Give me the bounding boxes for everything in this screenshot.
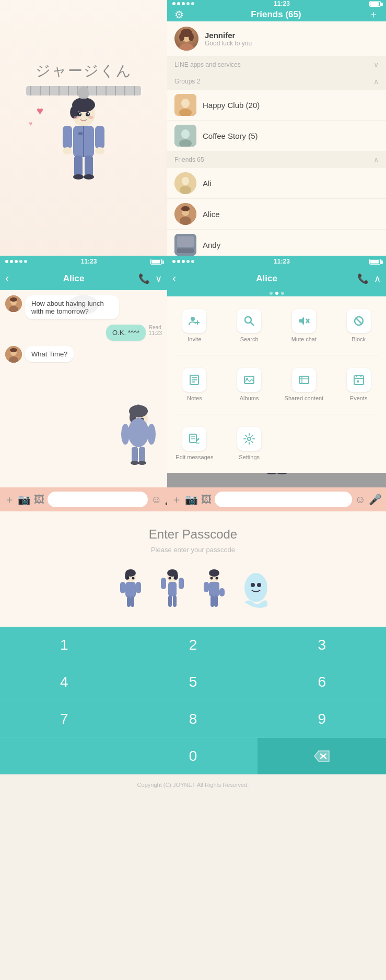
keypad-4[interactable]: 4 bbox=[0, 664, 128, 700]
keypad-0[interactable]: 0 bbox=[129, 738, 258, 774]
menu-albums[interactable]: Albums bbox=[222, 361, 277, 409]
mute-label: Mute chat bbox=[291, 336, 317, 342]
svg-rect-150 bbox=[210, 595, 214, 607]
menu-shared-content[interactable]: Shared content bbox=[277, 361, 332, 409]
menu-mic-icon[interactable]: 🎤 bbox=[369, 493, 382, 506]
keypad-5[interactable]: 5 bbox=[129, 664, 258, 700]
plus-icon[interactable]: ＋ bbox=[4, 493, 15, 507]
andy-avatar bbox=[174, 234, 196, 256]
svg-point-27 bbox=[181, 99, 190, 108]
svg-point-80 bbox=[131, 461, 139, 465]
menu-block[interactable]: Block bbox=[331, 302, 386, 350]
list-item-coffee-story[interactable]: Coffee Story (5) bbox=[167, 121, 386, 151]
menu-invite[interactable]: Invite bbox=[167, 302, 222, 350]
battery-icon bbox=[369, 1, 381, 7]
keypad-1[interactable]: 1 bbox=[0, 627, 128, 663]
svg-point-15 bbox=[63, 147, 72, 154]
svg-rect-41 bbox=[177, 248, 194, 253]
chat-text-input[interactable] bbox=[48, 492, 148, 507]
svg-point-22 bbox=[179, 43, 194, 51]
row-3: Enter Passcode Please enter your passcod… bbox=[0, 511, 386, 774]
menu-back-button[interactable]: ‹ bbox=[172, 272, 176, 285]
svg-point-144 bbox=[209, 569, 219, 577]
menu-search[interactable]: Search bbox=[222, 302, 277, 350]
menu-image-icon[interactable]: 🖼 bbox=[201, 494, 212, 506]
ali-avatar bbox=[174, 172, 196, 194]
svg-point-30 bbox=[181, 129, 190, 139]
menu-plus-icon[interactable]: ＋ bbox=[171, 493, 182, 507]
list-item-happy-club[interactable]: Happy Club (20) bbox=[167, 90, 386, 121]
passcode-char-2 bbox=[157, 569, 188, 611]
jennifer-status: Good luck to you bbox=[205, 40, 252, 47]
jennifer-section[interactable]: Jennifer Good luck to you bbox=[167, 21, 386, 56]
svg-rect-40 bbox=[177, 236, 194, 247]
invite-label: Invite bbox=[188, 336, 201, 342]
keypad-3[interactable]: 3 bbox=[258, 627, 386, 663]
keypad-2[interactable]: 2 bbox=[129, 627, 258, 663]
svg-rect-138 bbox=[168, 582, 177, 596]
section-groups[interactable]: Groups 2 ∧ bbox=[167, 73, 386, 90]
menu-status-time: 11:23 bbox=[274, 258, 290, 265]
menu-text-input[interactable] bbox=[215, 492, 352, 507]
menu-nav-icons: 📞 ∧ bbox=[357, 273, 381, 284]
svg-point-146 bbox=[215, 577, 218, 580]
menu-camera-icon[interactable]: 📷 bbox=[185, 493, 198, 506]
menu-events[interactable]: Events bbox=[331, 361, 386, 409]
notes-label: Notes bbox=[187, 395, 202, 401]
menu-grid-row3: Edit messages Settings bbox=[167, 414, 386, 473]
phone-icon[interactable]: 📞 bbox=[138, 273, 150, 284]
friends-nav: ⚙ Friends (65) ＋ bbox=[167, 7, 386, 21]
copyright: Copyright (C) JOYNET All Rights Reserved… bbox=[0, 774, 386, 795]
emoji-icon[interactable]: ☺ bbox=[151, 494, 161, 506]
passcode-keypad: 1 2 3 4 5 6 7 8 9 0 bbox=[0, 627, 386, 774]
menu-mute[interactable]: Mute chat bbox=[277, 302, 332, 350]
signal-dot-1 bbox=[172, 2, 176, 5]
keypad-8[interactable]: 8 bbox=[129, 701, 258, 737]
keypad-6[interactable]: 6 bbox=[258, 664, 386, 700]
svg-rect-140 bbox=[179, 578, 184, 589]
section-friends[interactable]: Friends 65 ∧ bbox=[167, 151, 386, 168]
svg-point-136 bbox=[168, 577, 171, 580]
keypad-9[interactable]: 9 bbox=[258, 701, 386, 737]
chat-back-button[interactable]: ‹ bbox=[5, 272, 9, 285]
menu-edit-messages[interactable]: Edit messages bbox=[167, 420, 222, 468]
passcode-title: Enter Passcode bbox=[149, 527, 237, 542]
svg-point-33 bbox=[182, 177, 189, 185]
list-item-ali[interactable]: Ali bbox=[167, 168, 386, 199]
image-icon[interactable]: 🖼 bbox=[34, 494, 44, 506]
friends-screen: 11:23 ⚙ Friends (65) ＋ Jenn bbox=[167, 0, 386, 256]
chevron-down-icon: ∨ bbox=[373, 61, 379, 69]
section-line-apps[interactable]: LINE apps and services ∨ bbox=[167, 56, 386, 73]
section-label-groups: Groups 2 bbox=[174, 78, 200, 85]
svg-rect-129 bbox=[120, 582, 125, 593]
menu-signal-dots bbox=[172, 260, 194, 263]
happy-club-avatar bbox=[174, 94, 196, 116]
svg-rect-139 bbox=[161, 578, 166, 589]
list-item-alice[interactable]: Alice bbox=[167, 199, 386, 230]
signal-dots bbox=[172, 2, 194, 5]
jennifer-name: Jennifer bbox=[205, 31, 252, 40]
menu-phone-icon[interactable]: 📞 bbox=[357, 273, 369, 284]
camera-icon[interactable]: 📷 bbox=[18, 493, 31, 506]
svg-rect-148 bbox=[204, 582, 209, 592]
list-item-andy[interactable]: Andy bbox=[167, 230, 386, 256]
keypad-delete[interactable] bbox=[258, 738, 386, 774]
add-friend-icon[interactable]: ＋ bbox=[368, 7, 379, 21]
svg-rect-103 bbox=[357, 380, 359, 383]
chevron-down-chat-icon[interactable]: ∨ bbox=[155, 273, 162, 284]
svg-point-25 bbox=[189, 33, 194, 41]
svg-rect-128 bbox=[125, 582, 136, 597]
svg-point-145 bbox=[210, 577, 213, 580]
settings-icon[interactable]: ⚙ bbox=[174, 8, 184, 21]
menu-input-bar: ＋ 📷 🖼 ☺ 🎤 bbox=[167, 487, 386, 511]
svg-point-77 bbox=[147, 424, 156, 445]
menu-screen: 11:23 ‹ Alice 📞 ∧ bbox=[167, 256, 386, 511]
heart-icon: ♥ bbox=[37, 104, 43, 118]
keypad-7[interactable]: 7 bbox=[0, 701, 128, 737]
menu-notes[interactable]: Notes bbox=[167, 361, 222, 409]
menu-settings[interactable]: Settings bbox=[222, 420, 277, 468]
svg-point-24 bbox=[179, 33, 184, 41]
menu-chevron-up-icon[interactable]: ∧ bbox=[374, 273, 381, 284]
menu-emoji-icon[interactable]: ☺ bbox=[355, 494, 366, 506]
svg-point-126 bbox=[126, 577, 129, 580]
